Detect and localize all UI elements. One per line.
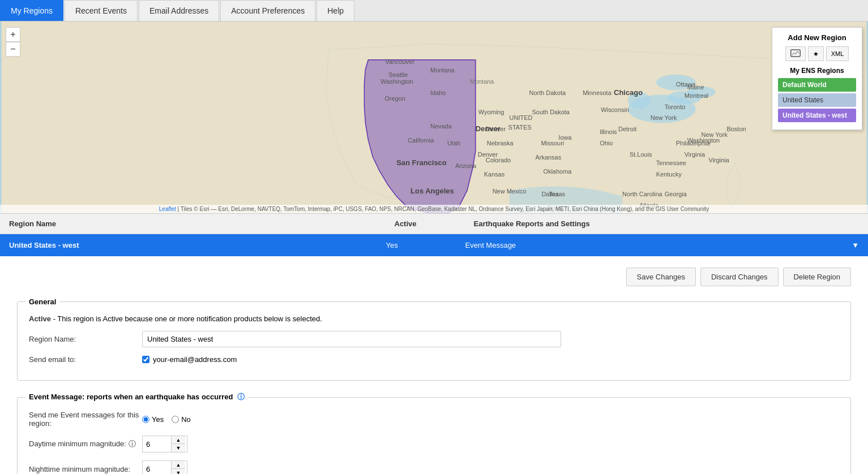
col-region-name: Region Name [9,219,395,228]
svg-text:Montana: Montana [430,67,455,74]
svg-text:Oklahoma: Oklahoma [543,168,572,175]
svg-text:Wyoming: Wyoming [478,109,504,116]
svg-text:Dallas: Dallas [541,191,559,197]
tab-recent-events[interactable]: Recent Events [65,0,138,21]
email-checkbox[interactable] [142,356,149,363]
zoom-in-button[interactable]: + [6,27,20,42]
svg-text:Ottawa: Ottawa [676,81,696,88]
yes-label: Yes [152,415,164,424]
daytime-mag-label: Daytime minimum magnitude: ⓘ [29,439,142,449]
svg-text:Virginia: Virginia [709,157,730,163]
active-notice: Active - This region is Active because o… [29,314,839,323]
svg-text:UNITED: UNITED [510,114,533,121]
tab-account-preferences[interactable]: Account Preferences [220,0,315,21]
svg-text:Tennessee: Tennessee [656,160,686,166]
daytime-up-button[interactable]: ▲ [172,436,185,444]
zoom-out-button[interactable]: − [6,42,20,57]
tab-my-regions[interactable]: My Regions [0,0,63,21]
leaflet-link[interactable]: Leaflet [159,206,176,212]
discard-changes-button[interactable]: Discard Changes [700,268,779,286]
delete-region-button[interactable]: Delete Region [783,268,851,286]
svg-text:St.Louis: St.Louis [630,151,652,158]
no-radio[interactable] [172,416,179,423]
row-active: Yes [386,241,465,249]
svg-text:New Mexico: New Mexico [493,188,527,195]
svg-text:Kansas: Kansas [484,171,505,178]
region-item-us-west[interactable]: United States - west [778,109,856,122]
col-active: Active [395,219,474,228]
general-legend: General [25,298,59,306]
svg-text:Kentucky: Kentucky [656,171,682,178]
svg-text:Virginia: Virginia [685,151,705,158]
svg-text:Toronto: Toronto [665,104,686,110]
svg-text:Oregon: Oregon [384,95,405,102]
svg-text:Nevada: Nevada [430,123,452,130]
nighttime-spinner-btns: ▲ ▼ [171,461,185,474]
table-header: Region Name Active Earthquake Reports an… [0,214,868,234]
region-name-control [142,331,839,347]
send-email-row: Send email to: your-email@address.com [29,355,839,364]
daytime-spinner-btns: ▲ ▼ [171,436,185,452]
svg-text:Los Angeles: Los Angeles [411,187,454,195]
svg-text:North Carolina: North Carolina [622,191,663,197]
svg-text:Idaho: Idaho [430,89,446,96]
send-email-control: your-email@address.com [142,355,839,364]
daytime-down-button[interactable]: ▼ [172,444,185,452]
svg-text:North Dakota: North Dakota [529,89,566,96]
xml-tool[interactable]: XML [826,46,849,61]
nav-tabs: My Regions Recent Events Email Addresses… [0,0,868,21]
region-name-input[interactable] [142,331,561,347]
send-events-row: Send me Event messages for this region: … [29,411,839,428]
settings-section: Save Changes Discard Changes Delete Regi… [0,256,868,474]
daytime-help-icon[interactable]: ⓘ [129,439,136,448]
row-region-name: United States - west [9,241,386,249]
daytime-mag-input[interactable] [143,436,171,452]
nighttime-up-button[interactable]: ▲ [172,461,185,469]
region-panel: Add New Region ★ XML My ENS Regions Defa… [772,27,862,130]
tab-help[interactable]: Help [317,0,354,21]
svg-text:Chicago: Chicago [614,88,643,97]
table-section: Region Name Active Earthquake Reports an… [0,214,868,256]
svg-text:Boston: Boston [726,126,746,132]
draw-map-tool[interactable] [785,46,806,61]
main-container: Seattle Washington Vancouver Oregon Idah… [0,21,868,474]
daytime-mag-row: Daytime minimum magnitude: ⓘ ▲ ▼ [29,436,839,453]
table-row[interactable]: United States - west Yes Event Message ▼ [0,234,868,256]
nighttime-mag-row: Nighttime minimum magnitude: ▲ ▼ [29,460,839,474]
svg-text:Iowa: Iowa [558,134,572,141]
svg-text:Arizona: Arizona [455,162,477,169]
row-dropdown-arrow[interactable]: ▼ [842,241,859,249]
email-value: your-email@address.com [153,355,237,364]
send-email-label: Send email to: [29,355,142,364]
region-item-united-states[interactable]: United States [778,93,856,107]
svg-text:Vancouver: Vancouver [385,58,414,65]
svg-text:South Dakota: South Dakota [532,109,570,116]
star-tool[interactable]: ★ [808,46,824,61]
svg-text:New York: New York [651,114,677,121]
row-reports: Event Message [465,241,843,249]
attribution-text: | Tiles © Esri — Esri, DeLorme, NAVTEQ, … [178,206,709,212]
svg-text:Detroit: Detroit [618,126,636,132]
tab-email-addresses[interactable]: Email Addresses [139,0,219,21]
save-changes-button[interactable]: Save Changes [626,268,696,286]
no-radio-option: No [172,415,191,424]
general-fieldset: General Active - This region is Active b… [17,298,851,381]
event-legend-text: Event Message: [29,393,84,401]
daytime-mag-control: ▲ ▼ [142,436,839,453]
nighttime-mag-input[interactable] [143,461,171,474]
map-attribution: Leaflet | Tiles © Esri — Esri, DeLorme, … [0,205,868,213]
nighttime-mag-label: Nighttime minimum magnitude: [29,465,142,473]
nighttime-down-button[interactable]: ▼ [172,469,185,474]
svg-text:Washington: Washington [687,137,720,144]
col-reports: Earthquake Reports and Settings [474,219,860,228]
region-name-label: Region Name: [29,335,142,343]
region-item-default-world[interactable]: Default World [778,78,856,92]
event-help-icon[interactable]: ⓘ [237,393,245,401]
yes-radio[interactable] [142,416,149,423]
svg-text:Illinois: Illinois [600,128,617,135]
svg-text:Arkansas: Arkansas [535,154,561,161]
region-name-row: Region Name: [29,331,839,347]
svg-text:Seattle: Seattle [388,71,408,78]
event-legend-suffix: reports when an earthquake has occurred [87,393,233,401]
svg-text:Wisconsin: Wisconsin [601,106,629,113]
